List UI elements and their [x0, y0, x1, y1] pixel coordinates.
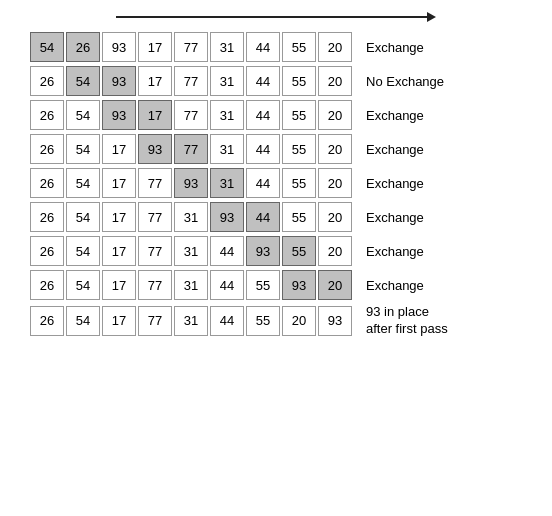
list-item: 55 [282, 134, 316, 164]
cells-group: 265417773193445520 [30, 202, 352, 232]
cells-group: 265417779331445520 [30, 168, 352, 198]
list-item: 20 [318, 66, 352, 96]
list-item: 55 [246, 270, 280, 300]
list-item: 26 [30, 168, 64, 198]
list-item: 54 [66, 236, 100, 266]
list-item: 55 [282, 168, 316, 198]
header [20, 10, 532, 22]
list-item: 17 [102, 168, 136, 198]
table-row: 542693177731445520Exchange [30, 32, 532, 62]
list-item: 26 [30, 66, 64, 96]
list-item: 77 [138, 202, 172, 232]
list-item: 55 [246, 306, 280, 336]
list-item: 31 [174, 202, 208, 232]
list-item: 20 [318, 236, 352, 266]
list-item: 44 [246, 202, 280, 232]
cells-group: 265493177731445520 [30, 66, 352, 96]
main-container: 542693177731445520Exchange26549317773144… [0, 0, 552, 348]
cells-group: 265493177731445520 [30, 100, 352, 130]
list-item: 77 [174, 100, 208, 130]
list-item: 93 [210, 202, 244, 232]
list-item: 20 [318, 100, 352, 130]
list-item: 26 [66, 32, 100, 62]
list-item: 93 [102, 32, 136, 62]
list-item: 77 [174, 134, 208, 164]
list-item: 31 [210, 32, 244, 62]
list-item: 77 [138, 270, 172, 300]
list-item: 20 [318, 202, 352, 232]
arrow [116, 12, 436, 22]
arrow-head [427, 12, 436, 22]
list-item: 20 [282, 306, 316, 336]
list-item: 77 [138, 168, 172, 198]
table-row: 265417773193445520Exchange [30, 202, 532, 232]
table-row: 265417779331445520Exchange [30, 168, 532, 198]
list-item: 55 [282, 66, 316, 96]
list-item: 17 [138, 100, 172, 130]
list-item: 31 [174, 306, 208, 336]
list-item: 26 [30, 100, 64, 130]
list-item: 17 [102, 270, 136, 300]
list-item: 44 [246, 100, 280, 130]
list-item: 54 [66, 306, 100, 336]
row-label: Exchange [366, 244, 456, 259]
table-row: 265417773144559320Exchange [30, 270, 532, 300]
list-item: 44 [246, 134, 280, 164]
list-item: 17 [102, 306, 136, 336]
row-label: No Exchange [366, 74, 456, 89]
list-item: 17 [102, 134, 136, 164]
row-label: Exchange [366, 210, 456, 225]
list-item: 44 [210, 236, 244, 266]
list-item: 77 [174, 32, 208, 62]
list-item: 17 [102, 202, 136, 232]
list-item: 93 [246, 236, 280, 266]
row-label: Exchange [366, 108, 456, 123]
table-row: 265493177731445520No Exchange [30, 66, 532, 96]
list-item: 54 [66, 100, 100, 130]
list-item: 93 [282, 270, 316, 300]
list-item: 31 [210, 134, 244, 164]
arrow-shaft [116, 16, 427, 18]
table-row: 265493177731445520Exchange [30, 100, 532, 130]
list-item: 93 [318, 306, 352, 336]
list-item: 55 [282, 236, 316, 266]
table-row: 26541777314455209393 in place after firs… [30, 304, 532, 338]
cells-group: 265417773144935520 [30, 236, 352, 266]
list-item: 31 [174, 270, 208, 300]
list-item: 44 [210, 306, 244, 336]
list-item: 54 [30, 32, 64, 62]
row-label: Exchange [366, 40, 456, 55]
row-label: Exchange [366, 278, 456, 293]
list-item: 17 [102, 236, 136, 266]
table-row: 265417937731445520Exchange [30, 134, 532, 164]
list-item: 31 [210, 100, 244, 130]
list-item: 55 [282, 202, 316, 232]
list-item: 44 [210, 270, 244, 300]
list-item: 26 [30, 306, 64, 336]
list-item: 93 [174, 168, 208, 198]
row-label: 93 in place after first pass [366, 304, 456, 338]
list-item: 26 [30, 270, 64, 300]
list-item: 55 [282, 32, 316, 62]
list-item: 20 [318, 168, 352, 198]
list-item: 44 [246, 32, 280, 62]
list-item: 77 [138, 306, 172, 336]
list-item: 31 [210, 66, 244, 96]
list-item: 17 [138, 32, 172, 62]
cells-group: 542693177731445520 [30, 32, 352, 62]
list-item: 31 [174, 236, 208, 266]
cells-group: 265417773144552093 [30, 306, 352, 336]
list-item: 26 [30, 236, 64, 266]
list-item: 77 [174, 66, 208, 96]
list-item: 54 [66, 270, 100, 300]
list-item: 20 [318, 134, 352, 164]
list-item: 20 [318, 270, 352, 300]
rows-area: 542693177731445520Exchange26549317773144… [30, 32, 532, 338]
list-item: 55 [282, 100, 316, 130]
cells-group: 265417937731445520 [30, 134, 352, 164]
cells-group: 265417773144559320 [30, 270, 352, 300]
list-item: 17 [138, 66, 172, 96]
row-label: Exchange [366, 142, 456, 157]
list-item: 54 [66, 202, 100, 232]
list-item: 26 [30, 202, 64, 232]
